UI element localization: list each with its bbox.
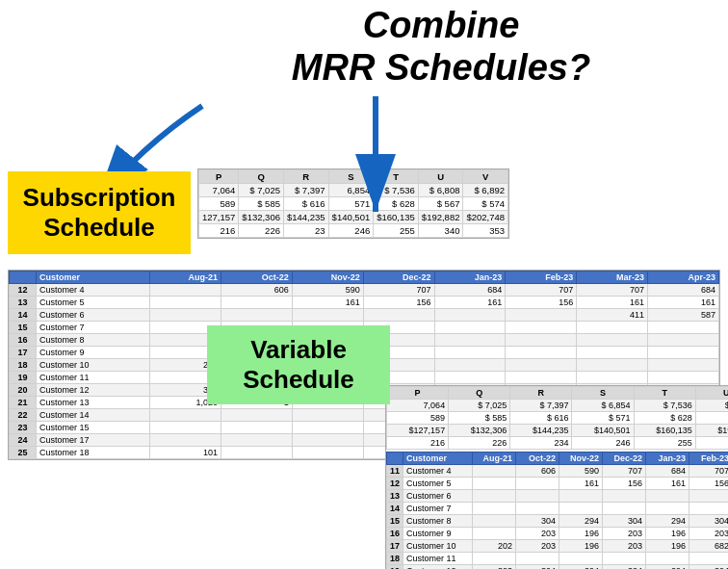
table-row: 19 Customer 12 303 304 294 304 294 304 3… [387, 565, 729, 570]
title-line2: MRR Schedules? [292, 47, 590, 88]
variable-schedule-label: Variable Schedule [207, 325, 390, 404]
table-row: 12 Customer 5 161 156 161 156 161 156 [387, 478, 729, 490]
table-row: 17 Customer 10 202 203 196 203 196 682 1… [387, 540, 729, 553]
variable-spreadsheet: P Q R S T U V 7,064 $ 7,025 $ 7,397 $ 6,… [385, 385, 728, 569]
table-row: 11 Customer 4 606 590 707 684 707 707 68… [387, 465, 729, 478]
main-title: Combine MRR Schedules? [173, 5, 709, 89]
table-row: 12 Customer 4 606 590 707 684 707 707 68… [10, 284, 719, 297]
table-row: 16 Customer 9 203 196 203 196 203 203 19… [387, 528, 729, 540]
title-line1: Combine [363, 5, 520, 45]
table-row: 13 Customer 6 411 587 [387, 490, 729, 503]
table-row: 18 Customer 11 3 [387, 553, 729, 565]
table-row: 14 Customer 6 411 587 [10, 309, 719, 322]
table-row: 14 Customer 7 [387, 503, 729, 515]
table-row: 13 Customer 5 161 156 161 156 161 161 [10, 297, 719, 309]
subscription-schedule-label: Subscription Schedule [8, 171, 191, 254]
arrow-right-icon [347, 87, 424, 221]
table-row: 15 Customer 8 304 294 304 294 304 304 29… [387, 515, 729, 528]
